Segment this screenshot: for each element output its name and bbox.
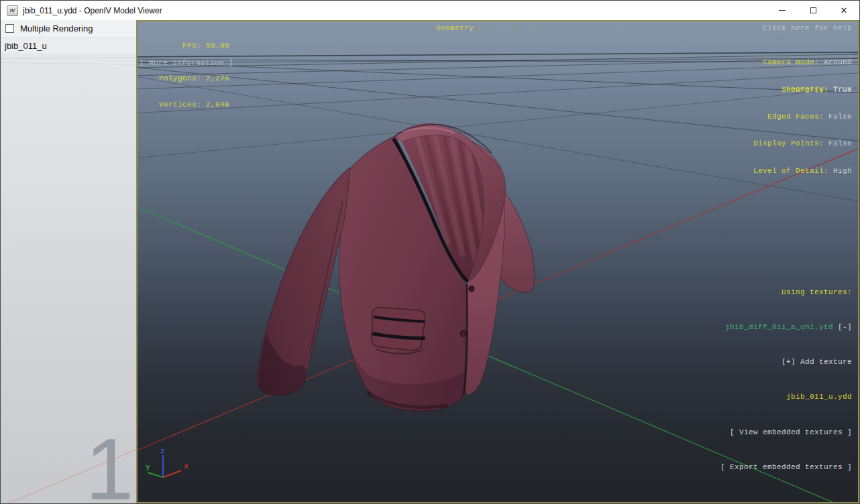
- multiple-rendering-checkbox[interactable]: [5, 24, 14, 33]
- using-textures-header: Using textures:: [720, 287, 852, 298]
- maximize-icon: [810, 7, 816, 13]
- display-points-label: Display Points:: [753, 139, 824, 147]
- camera-mode-value: Around: [824, 58, 852, 66]
- lod-value: High: [833, 167, 852, 175]
- polygons-count: Polygons: 2,276: [138, 74, 229, 83]
- edged-faces-label: Edged Faces:: [767, 113, 824, 121]
- export-embedded-textures-button[interactable]: [ Export embedded textures ]: [720, 462, 852, 473]
- tab-geometry[interactable]: Geometry: [436, 24, 474, 32]
- fps-counter: FPS: 59.06: [138, 42, 229, 50]
- lod-label: Level of Detail:: [753, 167, 828, 175]
- display-points-value: False: [828, 139, 852, 147]
- edged-faces-row: Edged Faces: False: [753, 113, 852, 122]
- gizmo-x-label: x: [184, 462, 189, 470]
- jacket-button-top: [469, 286, 474, 292]
- help-link[interactable]: Click here for help: [763, 24, 852, 32]
- jacket-model[interactable]: [257, 123, 534, 411]
- title-bar: IV jbib_011_u.ydd - OpenIV Model Viewer …: [1, 1, 859, 20]
- multiple-rendering-label: Multiple Rendering: [20, 23, 93, 34]
- gizmo-x-axis: [163, 470, 181, 477]
- sidebar-grid-line: [1, 57, 136, 59]
- texture-row: jbib_diff_011_a_uni.ytd [-]: [720, 322, 852, 333]
- model-file-name: jbib_011_u.ydd: [720, 391, 852, 403]
- sidebar-grid-line: [1, 62, 136, 65]
- close-icon: ✕: [841, 6, 848, 15]
- render-info: Geometry: True Edged Faces: False Displa…: [753, 67, 852, 194]
- multiple-rendering-row: Multiple Rendering: [1, 20, 136, 38]
- geometry-value: True: [833, 85, 852, 93]
- edged-faces-value: False: [828, 113, 852, 121]
- view-embedded-textures-button[interactable]: [ View embedded textures ]: [720, 427, 852, 438]
- model-list-item[interactable]: jbib_011_u: [1, 38, 136, 54]
- window-title: jbib_011_u.ydd - OpenIV Model Viewer: [23, 6, 162, 15]
- minimize-icon: [779, 10, 786, 11]
- app-window: IV jbib_011_u.ydd - OpenIV Model Viewer …: [0, 0, 860, 504]
- vertices-count: Vertices: 2,048: [138, 101, 229, 109]
- tab-separator: |: [512, 24, 522, 32]
- texture-file-name[interactable]: jbib_diff_011_a_uni.ytd: [725, 323, 833, 331]
- more-information-link[interactable]: [ More information ]: [140, 59, 233, 67]
- app-icon: IV: [7, 5, 18, 16]
- remove-texture-button[interactable]: [-]: [838, 323, 852, 331]
- window-controls: ✕: [767, 1, 859, 20]
- textures-panel: Using textures: jbib_diff_011_a_uni.ytd …: [720, 263, 852, 497]
- camera-mode-label: Camera mode:: [763, 58, 819, 66]
- close-button[interactable]: ✕: [828, 1, 859, 20]
- axis-gizmo: z y x: [146, 447, 189, 477]
- tab-separator: |: [474, 24, 484, 32]
- model-list-sidebar: 1 Multiple Rendering jbib_011_u: [1, 20, 136, 503]
- geometry-label: Geometry:: [786, 85, 828, 93]
- gizmo-y-label: y: [146, 463, 150, 471]
- lod-row: Level of Detail: High: [753, 167, 852, 176]
- view-tabs: Geometry|Bounds|Skeleton: [138, 24, 858, 32]
- viewport-3d[interactable]: z y x FPS: 59.06 Polygons: 2,276 Vertice…: [136, 20, 859, 503]
- jacket-button-bottom: [460, 330, 466, 336]
- stats-overlay: FPS: 59.06 Polygons: 2,276 Vertices: 2,0…: [138, 24, 229, 127]
- add-texture-button[interactable]: [+] Add texture: [720, 357, 852, 368]
- window-content: 1 Multiple Rendering jbib_011_u: [1, 20, 859, 503]
- minimize-button[interactable]: [767, 1, 798, 20]
- jacket-pocket: [372, 308, 425, 354]
- tab-bounds[interactable]: Bounds: [484, 24, 512, 32]
- geometry-row: Geometry: True: [753, 85, 852, 94]
- tab-skeleton[interactable]: Skeleton: [522, 24, 559, 32]
- maximize-button[interactable]: [798, 1, 828, 20]
- camera-mode-row: Camera mode: Around: [763, 58, 852, 68]
- lod-watermark: 1: [85, 426, 133, 503]
- gizmo-z-label: z: [160, 447, 165, 455]
- gizmo-y-axis: [148, 472, 163, 477]
- display-points-row: Display Points: False: [753, 139, 852, 149]
